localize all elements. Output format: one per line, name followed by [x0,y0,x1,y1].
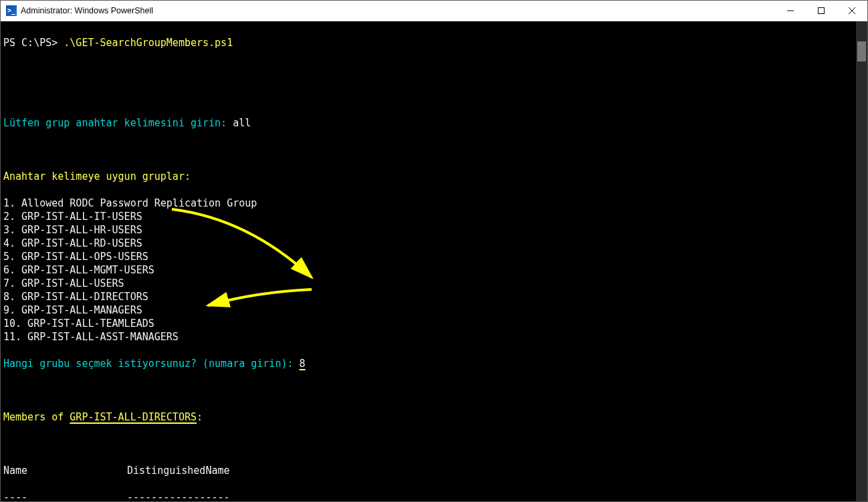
select-prompt-value: 8 [300,358,306,370]
group-item: 3. GRP-IST-ALL-HR-USERS [3,223,865,237]
members-of-group: GRP-IST-ALL-DIRECTORS [70,411,197,423]
command-text: .\GET-SearchGroupMembers.ps1 [64,37,233,49]
group-item: 5. GRP-IST-ALL-OPS-USERS [3,250,865,263]
members-of-line: Members of GRP-IST-ALL-DIRECTORS: [3,410,865,424]
groups-list: 1. Allowed RODC Password Replication Gro… [3,197,865,344]
titlebar[interactable]: Administrator: Windows PowerShell [1,1,867,21]
group-item: 2. GRP-IST-ALL-IT-USERS [3,210,865,223]
keyword-prompt-value: all [233,117,251,129]
groups-header: Anahtar kelimeye uygun gruplar: [3,170,865,183]
group-item: 10. GRP-IST-ALL-TEAMLEADS [3,317,865,330]
powershell-icon [6,5,17,16]
scrollbar-thumb[interactable] [857,41,866,61]
group-item: 6. GRP-IST-ALL-MGMT-USERS [3,263,865,277]
terminal-output[interactable]: PS C:\PS> .\GET-SearchGroupMembers.ps1 L… [1,21,867,501]
minimize-button[interactable] [775,1,806,21]
group-item: 11. GRP-IST-ALL-ASST-MANAGERS [3,330,865,344]
group-item: 9. GRP-IST-ALL-MANAGERS [3,303,865,317]
vertical-scrollbar[interactable] [856,21,867,501]
table-header: NameDistinguishedName [3,464,865,477]
prompt-ps: PS C:\PS> [3,37,64,49]
group-item: 7. GRP-IST-ALL-USERS [3,277,865,290]
table-divider: --------------------- [3,491,865,501]
keyword-prompt-label: Lütfen grup anahtar kelimesini girin: [3,117,233,129]
powershell-window: Administrator: Windows PowerShell PS C:\… [0,0,868,502]
maximize-button[interactable] [806,1,837,21]
select-prompt-label: Hangi grubu seçmek istiyorsunuz? (numara… [3,358,300,370]
group-item: 8. GRP-IST-ALL-DIRECTORS [3,290,865,303]
group-item: 4. GRP-IST-ALL-RD-USERS [3,237,865,250]
svg-rect-1 [819,8,825,14]
window-title: Administrator: Windows PowerShell [21,6,153,15]
group-item: 1. Allowed RODC Password Replication Gro… [3,197,865,210]
close-button[interactable] [837,1,867,21]
